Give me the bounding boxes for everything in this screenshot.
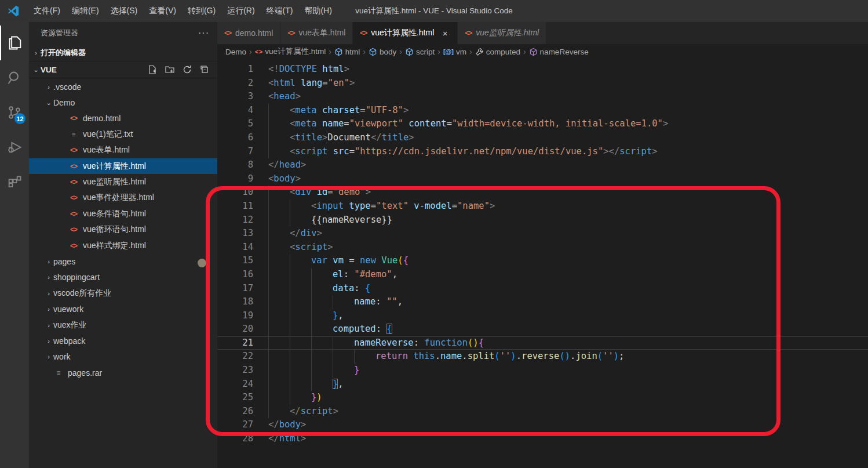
menu-item[interactable]: 转到(G) (182, 0, 221, 22)
line-number[interactable]: 18 (217, 295, 253, 309)
code-line[interactable]: 18name: "", (217, 295, 868, 309)
line-number[interactable]: 11 (217, 199, 253, 213)
line-number[interactable]: 24 (217, 378, 253, 391)
code-line[interactable]: 23} (217, 364, 868, 378)
new-file-icon[interactable] (148, 65, 157, 74)
search-icon[interactable] (0, 60, 29, 95)
editor-tab[interactable]: <> vue计算属性.html × (353, 22, 457, 44)
line-number[interactable]: 6 (217, 131, 253, 145)
code-line[interactable]: 7<script src="https://cdn.jsdelivr.net/n… (217, 145, 868, 159)
code-line[interactable]: 25}) (217, 391, 868, 405)
tree-item[interactable]: ⌄ Demo (29, 95, 217, 110)
breadcrumb-item[interactable]: body (369, 48, 396, 56)
source-control-icon[interactable]: 12 (0, 95, 29, 130)
code-line[interactable]: 8</head> (217, 158, 868, 172)
breadcrumb-item[interactable]: html (334, 48, 360, 56)
code-line[interactable]: 5<meta name="viewport" content="width=de… (217, 117, 868, 131)
line-number[interactable]: 23 (217, 364, 253, 378)
line-number[interactable]: 2 (217, 77, 253, 90)
code-line[interactable]: 13</div> (217, 227, 868, 241)
code-line[interactable]: 12{{nameReverse}} (217, 213, 868, 227)
run-debug-icon[interactable] (0, 130, 29, 165)
menu-item[interactable]: 终端(T) (261, 0, 299, 22)
line-number[interactable]: 3 (217, 90, 253, 104)
breadcrumb-item[interactable]: script (405, 48, 435, 56)
code-line[interactable]: 17data: { (217, 282, 868, 296)
line-number[interactable]: 16 (217, 268, 253, 282)
code-line[interactable]: 26</script> (217, 405, 868, 419)
tree-item[interactable]: <> vue循环语句.html (29, 222, 217, 238)
line-number[interactable]: 1 (217, 63, 253, 77)
new-folder-icon[interactable] (165, 65, 174, 74)
line-number[interactable]: 26 (217, 405, 253, 419)
code-line[interactable]: 14<script> (217, 241, 868, 255)
code-line[interactable]: 11<input type="text" v-model="name"> (217, 199, 868, 213)
line-number[interactable]: 12 (217, 213, 253, 227)
code-line[interactable]: 27</body> (217, 418, 868, 432)
code-line[interactable]: 21nameReverse: function(){ (217, 336, 868, 350)
tree-item[interactable]: <> vue条件语句.html (29, 206, 217, 222)
more-actions-icon[interactable]: ··· (198, 28, 209, 38)
breadcrumb-item[interactable]: computed (475, 48, 520, 56)
code-line[interactable]: 6<title>Document</title> (217, 131, 868, 145)
line-number[interactable]: 19 (217, 309, 253, 323)
line-number[interactable]: 15 (217, 254, 253, 268)
line-number[interactable]: 8 (217, 158, 253, 172)
refresh-icon[interactable] (183, 65, 192, 74)
editor-tab[interactable]: <> vue监听属性.html (458, 22, 546, 44)
code-line[interactable]: 2<html lang="en"> (217, 77, 868, 90)
tree-item[interactable]: ≡ pages.rar (29, 365, 217, 380)
breadcrumb-item[interactable]: nameReverse (529, 48, 589, 56)
tree-item[interactable]: <> vue事件处理器.html (29, 190, 217, 206)
code-line[interactable]: 15var vm = new Vue({ (217, 254, 868, 268)
code-line[interactable]: 19}, (217, 309, 868, 323)
menu-item[interactable]: 查看(V) (143, 0, 182, 22)
tree-item[interactable]: › pages (29, 253, 217, 269)
line-number[interactable]: 10 (217, 186, 253, 199)
line-number[interactable]: 13 (217, 227, 253, 241)
tree-item[interactable]: ≡ vue(1)笔记.txt (29, 126, 217, 142)
line-number[interactable]: 4 (217, 104, 253, 118)
line-number[interactable]: 27 (217, 418, 253, 432)
menu-item[interactable]: 选择(S) (105, 0, 144, 22)
tree-item[interactable]: <> vue监听属性.html (29, 174, 217, 190)
tree-item[interactable]: › shoppingcart (29, 270, 217, 285)
tree-item[interactable]: › .vscode (29, 79, 217, 95)
editor-tab[interactable]: <> demo.html (217, 22, 280, 44)
code-line[interactable]: 4<meta charset="UTF-8"> (217, 104, 868, 118)
code-line[interactable]: 22return this.name.split('').reverse().j… (217, 350, 868, 364)
workspace-section-header[interactable]: ⌄ VUE (29, 61, 217, 78)
tree-item[interactable]: › vscode所有作业 (29, 285, 217, 301)
line-number[interactable]: 20 (217, 322, 253, 336)
tree-item[interactable]: › webpack (29, 333, 217, 349)
line-number[interactable]: 5 (217, 117, 253, 131)
tree-item[interactable]: <> vue样式绑定.html (29, 238, 217, 253)
explorer-icon[interactable] (0, 26, 29, 60)
extensions-icon[interactable] (0, 165, 29, 199)
line-number[interactable]: 21 (217, 337, 253, 350)
code-line[interactable]: 28</html> (217, 432, 868, 446)
menu-item[interactable]: 文件(F) (28, 0, 66, 22)
code-line[interactable]: 9<body> (217, 172, 868, 186)
line-number[interactable]: 25 (217, 391, 253, 405)
tree-item[interactable]: › vuex作业 (29, 317, 217, 333)
code-line[interactable]: 1<!DOCTYPE html> (217, 63, 868, 77)
collapse-all-icon[interactable] (200, 65, 209, 74)
breadcrumb-item[interactable]: [@] vm (443, 48, 466, 56)
editor-tab[interactable]: <> vue表单.html (280, 22, 352, 44)
close-icon[interactable]: × (440, 28, 450, 38)
line-number[interactable]: 9 (217, 172, 253, 186)
code-line[interactable]: 24}, (217, 378, 868, 391)
open-editors-section[interactable]: › 打开的编辑器 (29, 44, 217, 61)
menu-item[interactable]: 帮助(H) (298, 0, 337, 22)
tree-item[interactable]: › work (29, 349, 217, 365)
line-number[interactable]: 7 (217, 145, 253, 159)
tree-item[interactable]: <> vue表单.html (29, 143, 217, 158)
menu-item[interactable]: 运行(R) (221, 0, 260, 22)
breadcrumb-item[interactable]: Demo (225, 48, 246, 56)
line-number[interactable]: 22 (217, 350, 253, 364)
code-line[interactable]: 10<div id="demo"> (217, 186, 868, 199)
tree-item[interactable]: <> vue计算属性.html (29, 158, 217, 174)
code-editor[interactable]: 1<!DOCTYPE html>2<html lang="en">3<head>… (217, 59, 868, 468)
line-number[interactable]: 28 (217, 432, 253, 446)
